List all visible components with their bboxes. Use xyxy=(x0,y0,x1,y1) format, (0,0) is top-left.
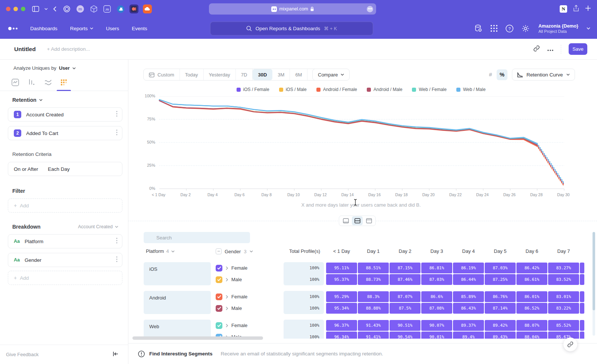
platform-cell[interactable]: iOS xyxy=(144,262,211,285)
browser-back-icon[interactable] xyxy=(53,6,56,12)
retention-value-cell[interactable]: 83.27% xyxy=(548,263,579,273)
add-breakdown-button[interactable]: + Add xyxy=(8,271,122,285)
retention-value-cell[interactable] xyxy=(580,274,584,285)
retention-value-cell[interactable]: 95.29% xyxy=(326,291,357,302)
expand-chevron-icon[interactable] xyxy=(226,266,228,270)
retention-value-cell[interactable]: 89.37% xyxy=(453,320,484,331)
retention-value-cell[interactable]: 88.73% xyxy=(358,274,389,285)
select-all-checkbox[interactable]: – xyxy=(216,248,222,254)
retention-step-row[interactable]: 2 Added To Cart xyxy=(8,126,122,140)
browser-sidebar-icon[interactable] xyxy=(32,6,39,12)
share-icon[interactable] xyxy=(573,5,579,13)
retention-value-cell[interactable]: 87.07% xyxy=(390,291,421,302)
legend-item[interactable]: Web / Female xyxy=(412,87,446,92)
chart-only-layout-button[interactable] xyxy=(340,216,351,225)
day-column-header[interactable]: < 1 Day xyxy=(326,248,357,254)
retention-value-cell[interactable] xyxy=(580,303,584,314)
legend-item[interactable]: Web / Male xyxy=(456,87,485,92)
retention-value-cell[interactable]: 87.08% xyxy=(421,303,452,314)
add-description-button[interactable]: + Add description... xyxy=(47,46,90,52)
tab-retention[interactable] xyxy=(59,78,69,87)
nav-item-events[interactable]: Events xyxy=(132,26,147,31)
more-options-icon[interactable] xyxy=(116,256,118,264)
gender-row[interactable]: Male xyxy=(216,274,242,285)
retention-value-cell[interactable]: 86.42% xyxy=(516,263,547,273)
extension-avatar-icon[interactable]: m xyxy=(76,4,85,13)
gender-column-header[interactable]: – Gender 3 xyxy=(216,248,253,254)
date-range-3m[interactable]: 3M xyxy=(272,69,290,80)
extension-js-icon[interactable]: JS xyxy=(103,4,112,13)
legend-item[interactable]: Android / Male xyxy=(367,87,402,92)
percentage-toggle[interactable]: % xyxy=(497,69,507,80)
retention-value-cell[interactable]: 90.54% xyxy=(390,332,421,339)
retention-value-cell[interactable]: 86.01% xyxy=(516,291,547,302)
address-bar[interactable]: mixpanel.com ••• xyxy=(209,3,376,15)
day-column-header[interactable]: Day 4 xyxy=(453,248,484,254)
legend-item[interactable]: iOS / Male xyxy=(279,87,307,92)
share-report-button[interactable] xyxy=(563,338,577,351)
new-tab-icon[interactable] xyxy=(585,5,591,13)
apps-grid-icon[interactable] xyxy=(491,25,497,32)
tab-insights[interactable] xyxy=(10,78,20,87)
split-layout-button[interactable] xyxy=(352,216,363,225)
retention-value-cell[interactable]: 89.43% xyxy=(485,332,516,339)
retention-value-cell[interactable]: 88.3% xyxy=(358,291,389,302)
global-search-button[interactable]: Open Reports & Dashboards ⌘ + K xyxy=(210,22,373,35)
retention-value-cell[interactable]: 91.41% xyxy=(358,332,389,339)
date-range-today[interactable]: Today xyxy=(180,69,204,80)
collapse-sidebar-icon[interactable] xyxy=(113,351,118,358)
horizontal-scrollbar[interactable] xyxy=(132,336,263,340)
mixpanel-logo[interactable] xyxy=(8,27,18,30)
table-search-input[interactable] xyxy=(144,232,250,243)
chevron-down-icon[interactable] xyxy=(587,27,590,29)
retention-value-cell[interactable]: 83.22% xyxy=(548,303,579,314)
project-switcher[interactable]: Amazonia {Demo} All Project Data xyxy=(538,23,578,34)
retention-value-cell[interactable] xyxy=(580,291,584,302)
chart-type-selector[interactable]: Retention Curve xyxy=(512,69,575,81)
retention-value-cell[interactable]: 83.52% xyxy=(548,274,579,285)
extension-target-icon[interactable] xyxy=(62,4,71,13)
nav-item-dashboards[interactable]: Dashboards xyxy=(30,26,57,31)
retention-value-cell[interactable]: 89.4% xyxy=(453,332,484,339)
legend-item[interactable]: iOS / Female xyxy=(237,87,269,92)
tab-funnels[interactable] xyxy=(27,78,37,87)
retention-value-cell[interactable]: 89.42% xyxy=(485,320,516,331)
retention-value-cell[interactable]: 87.03% xyxy=(485,263,516,273)
retention-value-cell[interactable]: 88.51% xyxy=(358,263,389,273)
report-title[interactable]: Untitled xyxy=(14,46,36,53)
minimize-window-button[interactable] xyxy=(13,7,18,11)
legend-item[interactable]: Android / Female xyxy=(316,87,357,92)
retention-section-header[interactable]: Retention xyxy=(12,97,43,103)
day-column-header[interactable]: Day 5 xyxy=(485,248,516,254)
retention-value-cell[interactable]: 96.34% xyxy=(326,332,357,339)
gender-row[interactable]: Female xyxy=(216,320,247,331)
retention-value-cell[interactable]: 91.43% xyxy=(358,320,389,331)
gender-row[interactable]: Female xyxy=(216,262,247,274)
more-options-icon[interactable] xyxy=(116,129,118,137)
series-checkbox[interactable] xyxy=(216,305,222,312)
day-column-header[interactable]: Day 6 xyxy=(516,248,547,254)
extension-cloud-app-icon[interactable] xyxy=(143,4,152,13)
table-only-layout-button[interactable] xyxy=(363,216,374,225)
expand-chevron-icon[interactable] xyxy=(226,324,228,327)
retention-value-cell[interactable] xyxy=(580,332,584,339)
data-management-icon[interactable] xyxy=(474,24,482,32)
chevron-down-icon[interactable] xyxy=(44,8,48,10)
platform-cell[interactable]: Android xyxy=(144,291,211,314)
retention-value-cell[interactable]: 95.34% xyxy=(326,303,357,314)
help-icon[interactable]: ? xyxy=(506,25,513,32)
retention-value-cell[interactable]: 86.44% xyxy=(453,274,484,285)
retention-line-chart[interactable] xyxy=(159,96,567,194)
series-checkbox[interactable] xyxy=(216,276,222,283)
day-column-header[interactable]: Day 3 xyxy=(421,248,452,254)
series-checkbox[interactable] xyxy=(216,265,222,272)
breakdown-scope-selector[interactable]: Account Created xyxy=(78,224,118,229)
close-window-button[interactable] xyxy=(6,7,10,11)
retention-value-cell[interactable]: 87.14% xyxy=(485,303,516,314)
page-options-icon[interactable]: ••• xyxy=(367,6,373,12)
nav-item-users[interactable]: Users xyxy=(106,26,119,31)
retention-value-cell[interactable]: 87.03% xyxy=(421,274,452,285)
retention-value-cell[interactable]: 86.43% xyxy=(453,303,484,314)
series-checkbox[interactable] xyxy=(216,322,222,329)
date-range-custom[interactable]: Custom xyxy=(144,69,180,80)
